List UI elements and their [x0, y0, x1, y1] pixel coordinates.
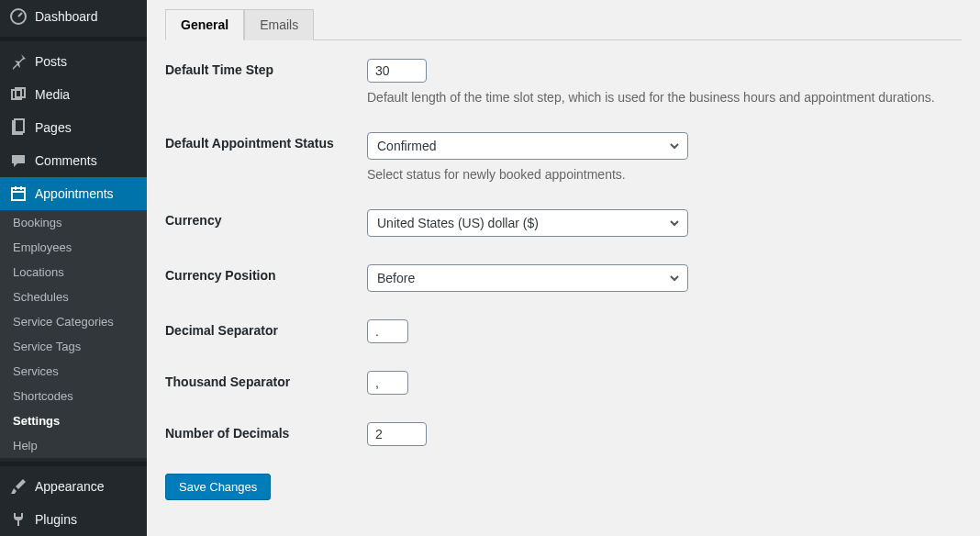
sidebar-item-label: Dashboard: [35, 9, 98, 24]
field-help: Select status for newly booked appointme…: [367, 167, 962, 182]
field-control: United States (US) dollar ($): [367, 209, 962, 237]
select-value: Confirmed: [377, 139, 437, 153]
sidebar-sub-settings[interactable]: Settings: [0, 408, 147, 433]
save-changes-button[interactable]: Save Changes: [165, 474, 271, 500]
main-content: General Emails Default Time Step Default…: [147, 0, 980, 536]
field-number-of-decimals: Number of Decimals: [165, 422, 962, 446]
sidebar-item-label: Comments: [35, 153, 97, 168]
field-control: Confirmed Select status for newly booked…: [367, 132, 962, 182]
field-control: [367, 422, 962, 446]
sidebar-sub-schedules[interactable]: Schedules: [0, 285, 147, 309]
field-help: Default length of the time slot step, wh…: [367, 90, 962, 105]
field-default-time-step: Default Time Step Default length of the …: [165, 59, 962, 105]
settings-tabs: General Emails: [165, 9, 962, 40]
field-currency: Currency United States (US) dollar ($): [165, 209, 962, 237]
sidebar-separator: [0, 462, 147, 466]
plug-icon: [9, 510, 28, 529]
field-control: [367, 371, 962, 395]
sidebar-sub-bookings[interactable]: Bookings: [0, 210, 147, 235]
dashboard-icon: [9, 7, 28, 26]
field-label: Thousand Separator: [165, 371, 367, 389]
field-thousand-separator: Thousand Separator: [165, 371, 962, 395]
sidebar-item-plugins[interactable]: Plugins: [0, 503, 147, 536]
sidebar-sub-service-tags[interactable]: Service Tags: [0, 334, 147, 359]
chevron-down-icon: [669, 273, 680, 284]
chevron-down-icon: [669, 140, 680, 151]
field-control: Default length of the time slot step, wh…: [367, 59, 962, 105]
field-label: Currency: [165, 209, 367, 228]
svg-rect-5: [12, 188, 25, 200]
comment-icon: [9, 151, 28, 170]
sidebar-item-label: Plugins: [35, 512, 77, 527]
select-value: United States (US) dollar ($): [377, 216, 539, 230]
sidebar-sub-help[interactable]: Help: [0, 433, 147, 458]
page-icon: [9, 118, 28, 137]
sidebar-sub-employees[interactable]: Employees: [0, 235, 147, 260]
field-control: Before: [367, 264, 962, 292]
default-appointment-status-select[interactable]: Confirmed: [367, 132, 688, 160]
tab-general[interactable]: General: [165, 9, 244, 40]
field-currency-position: Currency Position Before: [165, 264, 962, 292]
chevron-down-icon: [669, 218, 680, 229]
sidebar-sub-shortcodes[interactable]: Shortcodes: [0, 384, 147, 408]
sidebar-sub-services[interactable]: Services: [0, 359, 147, 384]
pin-icon: [9, 52, 28, 71]
currency-position-select[interactable]: Before: [367, 264, 688, 292]
field-label: Currency Position: [165, 264, 367, 283]
sidebar-item-label: Media: [35, 87, 70, 102]
sidebar-item-pages[interactable]: Pages: [0, 111, 147, 144]
sidebar-item-appearance[interactable]: Appearance: [0, 470, 147, 503]
sidebar-sub-locations[interactable]: Locations: [0, 260, 147, 285]
sidebar-separator: [0, 37, 147, 41]
brush-icon: [9, 477, 28, 496]
sidebar-item-label: Posts: [35, 54, 67, 69]
field-control: [367, 319, 962, 343]
default-time-step-input[interactable]: [367, 59, 427, 83]
calendar-icon: [9, 184, 28, 203]
media-icon: [9, 85, 28, 104]
sidebar-sub-service-categories[interactable]: Service Categories: [0, 309, 147, 334]
tab-emails[interactable]: Emails: [244, 9, 314, 40]
sidebar-item-label: Appointments: [35, 186, 114, 201]
sidebar-item-appointments[interactable]: Appointments: [0, 177, 147, 210]
select-value: Before: [377, 271, 415, 285]
field-decimal-separator: Decimal Separator: [165, 319, 962, 343]
admin-sidebar: Dashboard Posts Media Pages Comments App…: [0, 0, 147, 536]
sidebar-item-label: Pages: [35, 120, 72, 135]
field-default-appointment-status: Default Appointment Status Confirmed Sel…: [165, 132, 962, 182]
decimal-separator-input[interactable]: [367, 319, 408, 343]
field-label: Number of Decimals: [165, 422, 367, 441]
field-label: Default Appointment Status: [165, 132, 367, 151]
sidebar-item-comments[interactable]: Comments: [0, 144, 147, 177]
currency-select[interactable]: United States (US) dollar ($): [367, 209, 688, 237]
sidebar-item-posts[interactable]: Posts: [0, 45, 147, 78]
field-label: Decimal Separator: [165, 319, 367, 338]
svg-rect-4: [15, 119, 24, 132]
sidebar-item-label: Appearance: [35, 479, 105, 494]
field-label: Default Time Step: [165, 59, 367, 77]
thousand-separator-input[interactable]: [367, 371, 408, 395]
number-of-decimals-input[interactable]: [367, 422, 427, 446]
sidebar-item-media[interactable]: Media: [0, 78, 147, 111]
sidebar-item-dashboard[interactable]: Dashboard: [0, 0, 147, 33]
